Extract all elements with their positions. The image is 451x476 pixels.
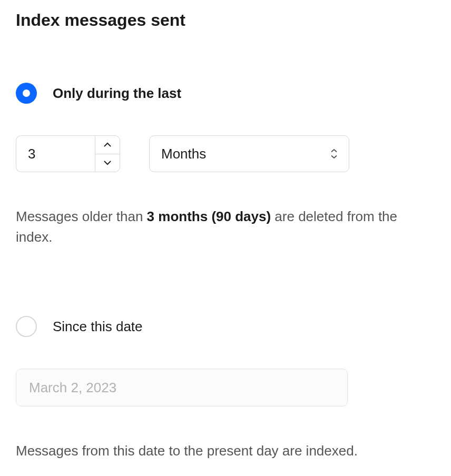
- helper-prefix: Messages older than: [16, 209, 147, 224]
- page-title: Index messages sent: [16, 11, 435, 30]
- spinner-up-button[interactable]: [95, 136, 120, 154]
- duration-number-input[interactable]: [16, 135, 95, 172]
- since-date-input[interactable]: [16, 369, 348, 406]
- chevron-up-icon: [103, 142, 112, 147]
- duration-controls: Months: [16, 135, 435, 172]
- radio-dot-icon: [23, 90, 30, 97]
- radio-since-date-label: Since this date: [53, 319, 143, 335]
- duration-unit-wrap: Months: [149, 135, 349, 172]
- spinner-down-button[interactable]: [95, 154, 120, 172]
- option-since-date: Since this date: [16, 316, 435, 337]
- duration-spinner: [95, 135, 120, 172]
- duration-number-group: [16, 135, 120, 172]
- helper-bold: 3 months (90 days): [147, 209, 271, 224]
- radio-during-last[interactable]: [16, 83, 37, 104]
- radio-during-last-label: Only during the last: [53, 85, 181, 102]
- duration-helper-text: Messages older than 3 months (90 days) a…: [16, 206, 435, 247]
- radio-since-date[interactable]: [16, 316, 37, 337]
- option-during-last: Only during the last: [16, 83, 435, 104]
- chevron-down-icon: [103, 160, 112, 165]
- duration-unit-select[interactable]: Months: [149, 135, 349, 172]
- since-date-helper-text: Messages from this date to the present d…: [16, 441, 435, 461]
